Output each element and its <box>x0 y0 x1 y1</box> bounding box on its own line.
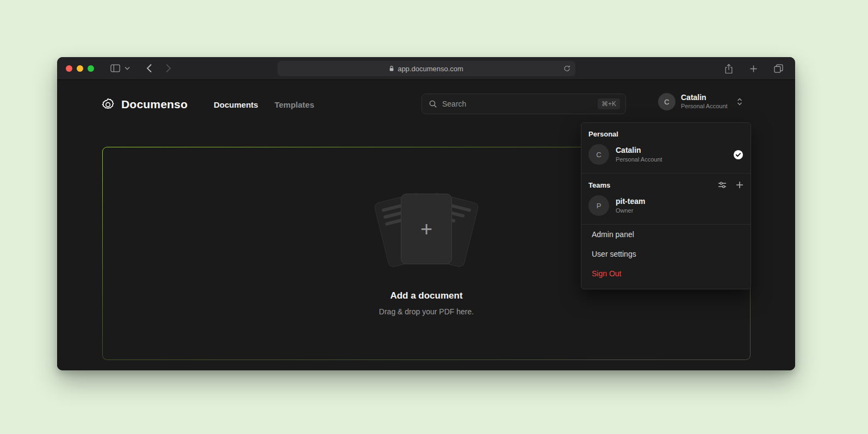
selected-check-icon <box>733 150 743 160</box>
create-team-icon[interactable] <box>736 181 743 189</box>
personal-section-label: Personal <box>581 123 751 143</box>
minimize-window-button[interactable] <box>77 65 83 72</box>
documenso-app: Documenso Documents Templates ⌘+K C <box>57 80 795 370</box>
dropzone-subtitle: Drag & drop your PDF here. <box>379 307 474 316</box>
teams-section-label: Teams <box>588 181 610 189</box>
dropzone-title: Add a document <box>390 290 462 301</box>
teams-section-header: Teams <box>581 173 751 194</box>
document-stack-icon: + <box>367 191 486 272</box>
sidebar-chevron-down-icon[interactable] <box>125 61 134 76</box>
brand-name: Documenso <box>121 98 188 111</box>
search-input[interactable] <box>442 100 593 108</box>
traffic-lights <box>66 65 94 72</box>
account-info: Catalin Personal Account <box>681 93 728 110</box>
personal-account-info: Catalin Personal Account <box>616 146 662 163</box>
new-tab-icon[interactable] <box>745 61 762 76</box>
url-text: app.documenso.com <box>398 65 463 73</box>
personal-account-name: Catalin <box>616 146 662 156</box>
personal-account-type: Personal Account <box>616 156 662 163</box>
zoom-window-button[interactable] <box>88 65 94 72</box>
account-avatar: C <box>658 93 675 110</box>
personal-account-item[interactable]: C Catalin Personal Account <box>581 143 751 173</box>
documenso-logo-icon <box>101 97 115 112</box>
close-window-button[interactable] <box>66 65 72 72</box>
team-name: pit-team <box>616 197 645 207</box>
chevron-up-down-icon <box>736 97 743 106</box>
personal-account-avatar: C <box>588 144 609 165</box>
main-nav: Documents Templates <box>214 100 314 109</box>
search-box[interactable]: ⌘+K <box>421 94 626 114</box>
manage-teams-icon[interactable] <box>718 181 727 189</box>
account-type: Personal Account <box>681 102 728 110</box>
share-icon[interactable] <box>720 61 737 76</box>
refresh-icon[interactable] <box>563 65 571 74</box>
menu-item-admin-panel[interactable]: Admin panel <box>581 225 751 244</box>
plus-icon: + <box>420 219 432 239</box>
document-card-center: + <box>401 194 452 264</box>
app-header: Documenso Documents Templates ⌘+K C <box>57 80 795 129</box>
team-info: pit-team Owner <box>616 197 645 214</box>
forward-button[interactable] <box>161 61 176 76</box>
documenso-logo[interactable]: Documenso <box>101 97 188 112</box>
menu-item-user-settings[interactable]: User settings <box>581 244 751 264</box>
team-role: Owner <box>616 207 645 214</box>
browser-window: app.documenso.com <box>57 57 795 370</box>
browser-chrome: app.documenso.com <box>57 57 795 80</box>
account-name: Catalin <box>681 93 728 102</box>
team-item[interactable]: P pit-team Owner <box>581 194 751 224</box>
chrome-right-buttons <box>720 57 788 80</box>
sidebar-toggle-icon[interactable] <box>106 61 125 76</box>
account-menu-trigger[interactable]: C Catalin Personal Account <box>658 93 743 110</box>
address-bar[interactable]: app.documenso.com <box>277 61 575 76</box>
account-dropdown-menu: Personal C Catalin Personal Account Team… <box>581 122 751 289</box>
menu-item-sign-out[interactable]: Sign Out <box>581 264 751 286</box>
lock-icon <box>389 65 394 72</box>
search-shortcut-badge: ⌘+K <box>598 98 620 109</box>
search-icon <box>429 100 437 108</box>
nav-templates[interactable]: Templates <box>275 100 314 109</box>
tab-overview-icon[interactable] <box>770 61 788 76</box>
back-button[interactable] <box>142 61 157 76</box>
nav-documents[interactable]: Documents <box>214 100 258 109</box>
team-avatar: P <box>588 195 609 216</box>
